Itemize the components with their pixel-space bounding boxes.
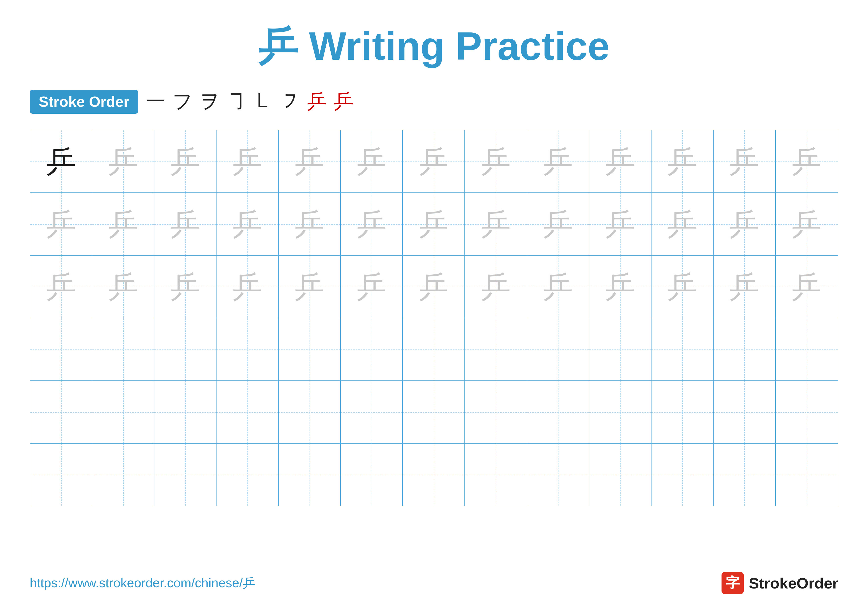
title-section: 乒 Writing Practice: [30, 20, 838, 73]
grid-cell[interactable]: 乒: [589, 130, 651, 193]
grid-cell[interactable]: 乒: [30, 130, 92, 193]
grid-cell[interactable]: 乒: [279, 130, 341, 193]
title-char: 乒: [258, 24, 298, 68]
grid-cell[interactable]: 乒: [776, 130, 838, 193]
grid-cell[interactable]: 乒: [776, 193, 838, 255]
grid-cell[interactable]: [589, 444, 651, 506]
grid-cell[interactable]: [92, 381, 154, 443]
grid-cell[interactable]: 乒: [403, 193, 465, 255]
grid-cell[interactable]: 乒: [154, 193, 217, 255]
grid-cell[interactable]: 乒: [589, 256, 651, 318]
grid-cell[interactable]: [154, 381, 217, 443]
grid-cell[interactable]: [341, 444, 403, 506]
grid-cell[interactable]: [465, 318, 527, 381]
grid-cell[interactable]: [527, 318, 589, 381]
brand-name: StrokeOrder: [749, 574, 838, 592]
grid-cell[interactable]: [279, 381, 341, 443]
grid-cell[interactable]: 乒: [714, 256, 776, 318]
grid-cell[interactable]: 乒: [341, 130, 403, 193]
grid-cell[interactable]: [30, 381, 92, 443]
grid-cell[interactable]: [714, 381, 776, 443]
grid-cell[interactable]: [30, 444, 92, 506]
page: 乒 Writing Practice Stroke Order 一 フ ヲ ㇆ …: [0, 0, 868, 614]
grid-cell[interactable]: 乒: [217, 193, 279, 255]
grid-cell[interactable]: 乒: [92, 130, 154, 193]
practice-grid: 乒乒乒乒乒乒乒乒乒乒乒乒乒乒乒乒乒乒乒乒乒乒乒乒乒乒乒乒乒乒乒乒乒乒乒乒乒乒乒: [30, 130, 838, 506]
grid-cell[interactable]: 乒: [217, 256, 279, 318]
grid-row: 乒乒乒乒乒乒乒乒乒乒乒乒乒: [30, 256, 838, 318]
grid-cell[interactable]: 乒: [651, 193, 714, 255]
grid-cell[interactable]: 乒: [651, 130, 714, 193]
grid-cell[interactable]: [714, 318, 776, 381]
grid-cell[interactable]: 乒: [651, 256, 714, 318]
grid-row: 乒乒乒乒乒乒乒乒乒乒乒乒乒: [30, 193, 838, 256]
grid-cell[interactable]: [217, 381, 279, 443]
grid-cell[interactable]: [217, 318, 279, 381]
grid-cell[interactable]: [341, 318, 403, 381]
grid-cell[interactable]: 乒: [341, 193, 403, 255]
stroke-4: ㇆: [227, 88, 247, 115]
grid-cell[interactable]: [92, 444, 154, 506]
page-title: 乒 Writing Practice: [258, 24, 610, 68]
grid-cell[interactable]: [651, 318, 714, 381]
grid-cell[interactable]: [589, 318, 651, 381]
grid-cell[interactable]: 乒: [30, 256, 92, 318]
grid-cell[interactable]: 乒: [527, 130, 589, 193]
grid-cell[interactable]: [341, 381, 403, 443]
grid-cell[interactable]: 乒: [154, 130, 217, 193]
grid-cell[interactable]: [217, 444, 279, 506]
footer: https://www.strokeorder.com/chinese/乒 字 …: [30, 572, 838, 594]
grid-cell[interactable]: [651, 444, 714, 506]
grid-cell[interactable]: 乒: [465, 130, 527, 193]
grid-cell[interactable]: 乒: [217, 130, 279, 193]
grid-cell[interactable]: [527, 381, 589, 443]
grid-cell[interactable]: 乒: [403, 256, 465, 318]
grid-cell[interactable]: 乒: [465, 256, 527, 318]
grid-row: [30, 318, 838, 381]
grid-cell[interactable]: [279, 444, 341, 506]
grid-cell[interactable]: [92, 318, 154, 381]
grid-cell[interactable]: 乒: [341, 256, 403, 318]
grid-cell[interactable]: 乒: [589, 193, 651, 255]
grid-cell[interactable]: [403, 318, 465, 381]
grid-cell[interactable]: 乒: [714, 193, 776, 255]
grid-cell[interactable]: 乒: [30, 193, 92, 255]
grid-cell[interactable]: [403, 381, 465, 443]
grid-cell[interactable]: 乒: [527, 256, 589, 318]
grid-cell[interactable]: [714, 444, 776, 506]
grid-cell[interactable]: [776, 444, 838, 506]
grid-cell[interactable]: 乒: [154, 256, 217, 318]
grid-cell[interactable]: 乒: [527, 193, 589, 255]
grid-cell[interactable]: [154, 444, 217, 506]
grid-cell[interactable]: 乒: [279, 193, 341, 255]
grid-cell[interactable]: [154, 318, 217, 381]
grid-cell[interactable]: 乒: [465, 193, 527, 255]
stroke-7: 乒: [307, 88, 327, 115]
footer-brand: 字 StrokeOrder: [722, 572, 838, 594]
grid-cell[interactable]: [279, 318, 341, 381]
grid-cell[interactable]: 乒: [403, 130, 465, 193]
grid-row: 乒乒乒乒乒乒乒乒乒乒乒乒乒: [30, 130, 838, 193]
grid-cell[interactable]: [776, 381, 838, 443]
grid-cell[interactable]: [589, 381, 651, 443]
grid-cell[interactable]: [30, 318, 92, 381]
brand-icon: 字: [722, 572, 744, 594]
grid-cell[interactable]: [776, 318, 838, 381]
grid-cell[interactable]: [527, 444, 589, 506]
stroke-3: ヲ: [200, 88, 220, 115]
grid-cell[interactable]: [651, 381, 714, 443]
grid-cell[interactable]: 乒: [279, 256, 341, 318]
grid-cell[interactable]: 乒: [92, 256, 154, 318]
stroke-5: ㇄: [254, 88, 273, 115]
stroke-1: 一: [146, 88, 166, 115]
stroke-order-badge: Stroke Order: [30, 90, 138, 114]
stroke-8: 乒: [334, 88, 353, 115]
grid-cell[interactable]: 乒: [714, 130, 776, 193]
grid-cell[interactable]: [403, 444, 465, 506]
grid-cell[interactable]: 乒: [92, 193, 154, 255]
footer-url: https://www.strokeorder.com/chinese/乒: [30, 574, 256, 592]
grid-cell[interactable]: [465, 444, 527, 506]
grid-cell[interactable]: 乒: [776, 256, 838, 318]
grid-cell[interactable]: [465, 381, 527, 443]
stroke-order-section: Stroke Order 一 フ ヲ ㇆ ㇄ ㇇ 乒 乒: [30, 88, 838, 115]
